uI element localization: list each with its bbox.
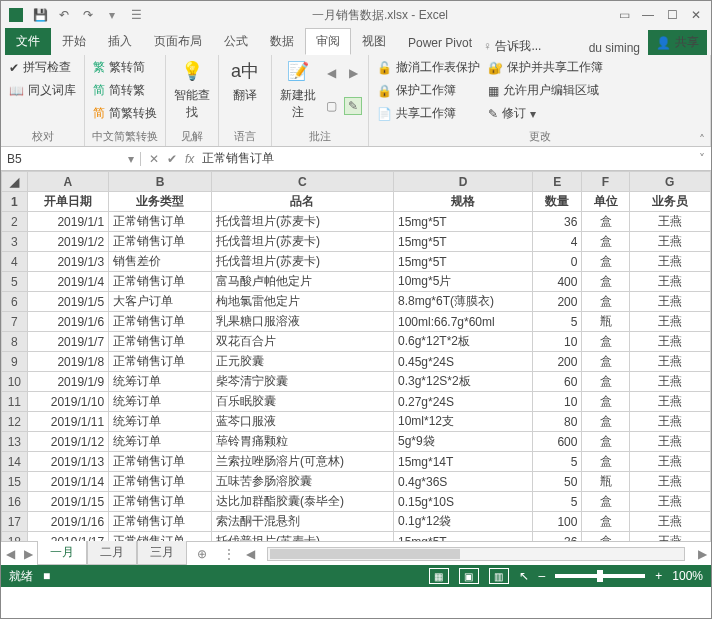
- cell[interactable]: 2019/1/14: [27, 472, 108, 492]
- share-button[interactable]: 👤共享: [648, 30, 707, 55]
- cell[interactable]: 5: [533, 452, 582, 472]
- cell[interactable]: 2019/1/1: [27, 212, 108, 232]
- cell[interactable]: 规格: [393, 192, 532, 212]
- cell[interactable]: 盒: [582, 412, 629, 432]
- cell[interactable]: 统筹订单: [109, 412, 212, 432]
- chinese-convert-button[interactable]: 简简繁转换: [91, 103, 159, 124]
- row-header[interactable]: 11: [2, 392, 28, 412]
- row-header[interactable]: 9: [2, 352, 28, 372]
- cell[interactable]: 10: [533, 392, 582, 412]
- cell[interactable]: 枸地氯雷他定片: [211, 292, 393, 312]
- new-comment-button[interactable]: 📝新建批注: [278, 57, 318, 121]
- simp-to-trad-button[interactable]: 简简转繁: [91, 80, 159, 101]
- cell[interactable]: 2019/1/13: [27, 452, 108, 472]
- cell[interactable]: 乳果糖口服溶液: [211, 312, 393, 332]
- cell[interactable]: 富马酸卢帕他定片: [211, 272, 393, 292]
- row-header[interactable]: 4: [2, 252, 28, 272]
- sheet-nav-next[interactable]: ▶: [19, 547, 37, 561]
- cell[interactable]: 盒: [582, 512, 629, 532]
- expand-formula-icon[interactable]: ˅: [693, 152, 711, 166]
- row-header[interactable]: 16: [2, 492, 28, 512]
- fx-icon[interactable]: fx: [185, 152, 194, 166]
- worksheet-grid[interactable]: ◢ A B C D E F G 1 开单日期 业务类型 品名 规格 数量 单位 …: [1, 171, 711, 541]
- cell[interactable]: 10ml*12支: [393, 412, 532, 432]
- cell[interactable]: 蓝芩口服液: [211, 412, 393, 432]
- page-layout-view-button[interactable]: ▣: [459, 568, 479, 584]
- cell[interactable]: 品名: [211, 192, 393, 212]
- cell[interactable]: 2019/1/15: [27, 492, 108, 512]
- col-header[interactable]: B: [109, 172, 212, 192]
- cell[interactable]: 盒: [582, 272, 629, 292]
- zoom-level[interactable]: 100%: [672, 569, 703, 583]
- qat-more-icon[interactable]: ▾: [103, 6, 121, 24]
- cell[interactable]: 5: [533, 492, 582, 512]
- cell[interactable]: 王燕: [629, 412, 710, 432]
- cell[interactable]: 托伐普坦片(苏麦卡): [211, 252, 393, 272]
- cell[interactable]: 盒: [582, 372, 629, 392]
- enter-formula-icon[interactable]: ✔: [167, 152, 177, 166]
- name-box[interactable]: B5▾: [1, 152, 141, 166]
- cell[interactable]: 10: [533, 332, 582, 352]
- cell[interactable]: 36: [533, 212, 582, 232]
- cell[interactable]: 2019/1/10: [27, 392, 108, 412]
- ribbon-display-icon[interactable]: ▭: [615, 6, 633, 24]
- cell[interactable]: 王燕: [629, 312, 710, 332]
- new-sheet-button[interactable]: ⊕: [187, 547, 217, 561]
- cell[interactable]: 王燕: [629, 372, 710, 392]
- cell[interactable]: 兰索拉唑肠溶片(可意林): [211, 452, 393, 472]
- unprotect-sheet-button[interactable]: 🔓撤消工作表保护: [375, 57, 482, 78]
- cell[interactable]: 正常销售订单: [109, 532, 212, 542]
- tab-file[interactable]: 文件: [5, 28, 51, 55]
- cell[interactable]: 业务员: [629, 192, 710, 212]
- cell[interactable]: 王燕: [629, 392, 710, 412]
- smart-lookup-button[interactable]: 💡智能查找: [172, 57, 212, 121]
- protect-workbook-button[interactable]: 🔒保护工作簿: [375, 80, 482, 101]
- cell[interactable]: 王燕: [629, 212, 710, 232]
- formula-input[interactable]: 正常销售订单: [202, 150, 274, 167]
- cell[interactable]: 王燕: [629, 512, 710, 532]
- tab-power[interactable]: Power Pivot: [397, 31, 483, 55]
- cell[interactable]: 盒: [582, 452, 629, 472]
- cell[interactable]: 100ml:66.7g*60ml: [393, 312, 532, 332]
- cell[interactable]: 正常销售订单: [109, 232, 212, 252]
- row-header[interactable]: 2: [2, 212, 28, 232]
- cell[interactable]: 10mg*5片: [393, 272, 532, 292]
- zoom-slider[interactable]: [555, 574, 645, 578]
- cell[interactable]: 15mg*5T: [393, 252, 532, 272]
- zoom-out-button[interactable]: –: [539, 569, 546, 583]
- tab-view[interactable]: 视图: [351, 28, 397, 55]
- close-icon[interactable]: ✕: [687, 6, 705, 24]
- cell[interactable]: 2019/1/9: [27, 372, 108, 392]
- normal-view-button[interactable]: ▦: [429, 568, 449, 584]
- ink-icon[interactable]: ✎: [344, 97, 362, 115]
- col-header[interactable]: D: [393, 172, 532, 192]
- cell[interactable]: 盒: [582, 332, 629, 352]
- cell[interactable]: 0.45g*24S: [393, 352, 532, 372]
- cell[interactable]: 王燕: [629, 492, 710, 512]
- cell[interactable]: 统筹订单: [109, 372, 212, 392]
- cell[interactable]: 盒: [582, 232, 629, 252]
- cell[interactable]: 2019/1/2: [27, 232, 108, 252]
- col-header[interactable]: G: [629, 172, 710, 192]
- cell[interactable]: 2019/1/17: [27, 532, 108, 542]
- cell[interactable]: 15mg*5T: [393, 232, 532, 252]
- cell[interactable]: 2019/1/5: [27, 292, 108, 312]
- cell[interactable]: 王燕: [629, 332, 710, 352]
- cell[interactable]: 王燕: [629, 532, 710, 542]
- cell[interactable]: 2019/1/4: [27, 272, 108, 292]
- row-header[interactable]: 5: [2, 272, 28, 292]
- cell[interactable]: 王燕: [629, 432, 710, 452]
- sheet-nav-prev[interactable]: ◀: [1, 547, 19, 561]
- cell[interactable]: 5: [533, 312, 582, 332]
- cell[interactable]: 0.6g*12T*2板: [393, 332, 532, 352]
- cell[interactable]: 2019/1/7: [27, 332, 108, 352]
- cell[interactable]: 正元胶囊: [211, 352, 393, 372]
- cell[interactable]: 双花百合片: [211, 332, 393, 352]
- cell[interactable]: 正常销售订单: [109, 272, 212, 292]
- cell[interactable]: 盒: [582, 432, 629, 452]
- minimize-icon[interactable]: —: [639, 6, 657, 24]
- cell[interactable]: 正常销售订单: [109, 352, 212, 372]
- cell[interactable]: 正常销售订单: [109, 332, 212, 352]
- cell[interactable]: 达比加群酯胶囊(泰毕全): [211, 492, 393, 512]
- thesaurus-button[interactable]: 📖同义词库: [7, 80, 78, 101]
